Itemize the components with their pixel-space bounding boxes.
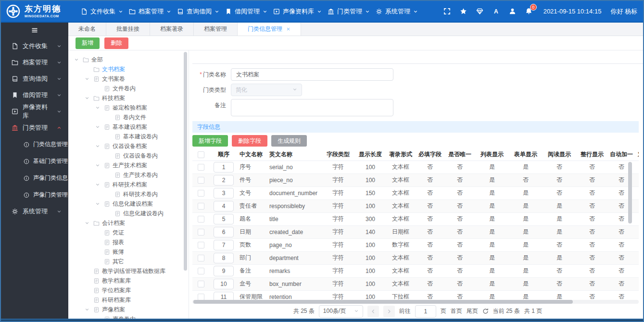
sidebar-item-3[interactable]: 查询借阅 [1,71,68,87]
row-checkbox[interactable] [198,255,204,261]
tree-scrollbar-thumb[interactable] [184,52,187,271]
next-page-button[interactable] [383,306,395,317]
tree-node-24[interactable]: 教学档案库 [73,276,182,285]
tree-node-13[interactable]: 生产技术卷内 [73,170,182,180]
sidebar-item-2[interactable]: 档案管理 [1,54,68,71]
tree-node-28[interactable]: 声像卷内 [73,314,182,319]
table-horizontal-scrollbar-thumb[interactable] [193,300,573,304]
order-input[interactable] [214,175,234,186]
row-checkbox[interactable] [198,294,204,300]
star-icon[interactable] [460,8,467,15]
order-input[interactable] [214,253,234,263]
row-checkbox[interactable] [198,203,204,210]
tree-node-1[interactable]: 全部 [73,55,182,64]
row-checkbox[interactable] [198,281,204,287]
fullscreen-icon[interactable] [443,8,451,15]
open-tab-2[interactable]: 批量挂接 [106,23,150,36]
tree-node-6[interactable]: 鉴定检验档案 [73,103,182,112]
top-nav-item-7[interactable]: 系统管理 [373,7,421,16]
sidebar-item-7[interactable]: 系统管理 [1,203,68,220]
sidebar-item-4[interactable]: 借阅管理 [1,87,68,103]
sidebar-subitem-3[interactable]: 声像门类信息 [1,170,68,186]
add-button[interactable]: 新增 [76,37,100,49]
user-icon[interactable] [509,8,516,15]
top-nav-item-2[interactable]: 档案管理 [126,7,174,16]
tree-node-26[interactable]: 科研档案库 [73,295,182,305]
tree-node-27[interactable]: 声像档案 [73,305,182,314]
delete-button[interactable]: 删除 [104,37,128,49]
goto-page-input[interactable] [415,305,436,318]
category-name-input[interactable] [231,68,393,81]
row-checkbox[interactable] [198,242,204,248]
tree-node-5[interactable]: 科技档案 [73,93,182,103]
font-size-icon[interactable]: A [492,8,500,15]
row-checkbox[interactable] [198,216,204,223]
sidebar-item-6[interactable]: 门类管理 [1,120,68,136]
tree-node-22[interactable]: 其它 [73,257,182,266]
table-horizontal-scrollbar[interactable] [192,300,639,304]
row-checkbox[interactable] [198,164,204,171]
tree-node-8[interactable]: 基本建设档案 [73,122,182,132]
select-all-checkbox[interactable] [198,151,204,158]
tree-node-16[interactable]: 信息化建设档案 [73,199,182,209]
last-page-link[interactable]: 尾页 [467,307,478,315]
top-nav-item-6[interactable]: 门类管理 [325,7,373,16]
top-nav-item-5[interactable]: 声像资料库 [270,7,325,16]
tree-node-15[interactable]: 科研技术卷内 [73,189,182,199]
refresh-icon[interactable] [482,308,489,314]
order-input[interactable] [214,188,234,198]
row-checkbox[interactable] [198,229,204,235]
sidebar-collapse-button[interactable] [1,23,68,38]
order-input[interactable] [214,227,234,237]
prev-page-button[interactable] [367,306,379,317]
tree-node-25[interactable]: 学位档案库 [73,285,182,295]
order-input[interactable] [214,279,234,289]
delete-field-button[interactable]: 删除字段 [232,135,267,147]
tree-node-9[interactable]: 基本建设卷内 [73,132,182,141]
open-tab-4[interactable]: 档案管理 [194,23,238,36]
tree-node-3[interactable]: 文书案卷 [73,74,182,84]
sidebar-subitem-4[interactable]: 声像门类管理 [1,186,68,203]
sidebar-item-5[interactable]: 声像资料库 [1,103,68,120]
bell-icon[interactable]: 0 [525,8,532,15]
close-icon[interactable] [286,27,290,31]
tree-node-7[interactable]: 卷内文件 [73,112,182,122]
row-checkbox[interactable] [198,177,204,184]
order-input[interactable] [214,201,234,211]
tree-node-17[interactable]: 信息化建设卷内 [73,209,182,218]
sidebar-item-1[interactable]: 文件收集 [1,38,68,54]
open-tab-1[interactable]: 未命名 [68,23,106,36]
tree-node-4[interactable]: 文件卷内 [73,84,182,93]
generate-rule-button[interactable]: 生成规则 [271,135,307,147]
open-tab-3[interactable]: 档案著录 [150,23,194,36]
page-size-select[interactable]: 100条/页 [319,305,363,318]
tree-node-21[interactable]: 账簿 [73,247,182,257]
add-field-button[interactable]: 新增字段 [192,135,228,147]
order-input[interactable] [214,240,234,250]
category-type-select[interactable]: 简化 [231,84,302,96]
top-nav-item-1[interactable]: 文件收集 [78,7,126,16]
sidebar-subitem-1[interactable]: 门类信息管理 [1,136,68,153]
tree-scrollbar[interactable] [183,50,189,319]
tree-node-10[interactable]: 仪器设备档案 [73,141,182,151]
tree-node-12[interactable]: 生产技术档案 [73,161,182,170]
order-input[interactable] [214,266,234,276]
row-checkbox[interactable] [198,190,204,197]
first-page-link[interactable]: 首页 [451,307,462,315]
tree-node-20[interactable]: 报表 [73,237,182,247]
tree-node-11[interactable]: 仪器设备卷内 [73,151,182,161]
open-tab-5[interactable]: 门类信息管理 [238,23,301,36]
row-checkbox[interactable] [198,268,204,274]
tree-node-23[interactable]: 教学训练管理基础数据库 [73,266,182,276]
gem-icon[interactable] [476,8,483,15]
tree-node-18[interactable]: 会计档案 [73,218,182,228]
top-nav-item-3[interactable]: 查询借阅 [174,7,222,16]
table-vertical-scrollbar[interactable] [628,162,632,223]
tree-node-19[interactable]: 凭证 [73,228,182,237]
order-input[interactable] [214,162,234,173]
tree-node-14[interactable]: 科研技术档案 [73,180,182,189]
remark-textarea[interactable] [231,99,393,116]
order-input[interactable] [214,292,234,300]
order-input[interactable] [214,214,234,224]
sidebar-subitem-2[interactable]: 基础门类管理 [1,153,68,170]
